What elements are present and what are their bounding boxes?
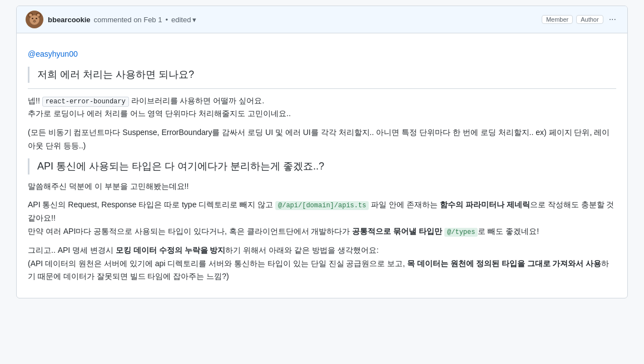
- blockquote-1-text: 저희 에러 처리는 사용하면 되나요?: [37, 67, 616, 83]
- header-badges: Member Author ···: [542, 14, 618, 25]
- chevron-down-icon: ▾: [192, 16, 196, 24]
- para4-bold2: 공통적으로 묶어낼 타입만: [352, 227, 442, 236]
- para-2: (모든 비동기 컴포넌트마다 Suspense, ErrorBoundary를 …: [28, 126, 616, 153]
- mention-line: @easyhyun00: [28, 48, 616, 61]
- blockquote-2: API 통신에 사용되는 타입은 다 여기에다가 분리하는게 좋겠죠..?: [28, 158, 616, 174]
- more-icon: ···: [609, 14, 616, 24]
- more-options-button[interactable]: ···: [607, 14, 618, 25]
- comment-action: commented on Feb 1: [94, 16, 162, 24]
- para4-mid1: 파일 안에 존재하는: [369, 200, 440, 209]
- member-badge: Member: [542, 15, 573, 24]
- commenter-username: bbearcookie: [48, 16, 91, 24]
- para-3: 말씀해주신 덕분에 이 부분을 고민해봤는데요!!: [28, 180, 616, 193]
- types-tag: @/types: [444, 228, 478, 237]
- para1-suffix: 라이브러리를 사용하면 어떨까 싶어요.: [129, 96, 264, 105]
- edited-button[interactable]: edited ▾: [171, 16, 196, 24]
- para1-prefix: 넵!!: [28, 96, 42, 105]
- api-domain-tag: @/api/[domain]/apis.ts: [275, 201, 369, 210]
- svg-point-6: [32, 18, 33, 19]
- svg-point-7: [36, 18, 37, 19]
- mention-text: @easyhyun00: [28, 49, 78, 58]
- para5-bold2: 목 데이터는 원천에 정의된 타입을 그대로 가져와서 사용: [407, 259, 601, 268]
- svg-point-8: [33, 19, 36, 21]
- react-error-boundary-code: react-error-boundary: [42, 97, 129, 107]
- para-5: 그리고.. API 명세 변경시 모킹 데이터 수정의 누락을 방지하기 위해서…: [28, 244, 616, 283]
- para4-bold1: 함수의 파라미터나 제네릭: [440, 200, 530, 209]
- para4-prefix: API 통신의 Request, Response 타입은 따로 type 디렉…: [28, 200, 275, 209]
- para4-line2-prefix: 만약 여러 API마다 공통적으로 사용되는 타입이 있다거나, 혹은 클라이언…: [28, 227, 352, 236]
- avatar: [26, 11, 43, 28]
- author-badge: Author: [576, 15, 603, 24]
- blockquote-1: 저희 에러 처리는 사용하면 되나요?: [28, 67, 616, 83]
- comment-container: bbearcookie commented on Feb 1 • edited …: [16, 6, 628, 298]
- para5-mid1: 하기 위해서 아래와 같은 방법을 생각했어요:: [225, 246, 378, 255]
- para1-line2: 추가로 로딩이나 에러 처리를 어느 영역 단위마다 처리해줄지도 고민이네요.…: [28, 109, 291, 118]
- para5-prefix: 그리고.. API 명세 변경시: [28, 246, 116, 255]
- para5-line2-prefix: (API 데이터의 원천은 서버에 있기에 api 디렉토리를 서버와 통신하는…: [28, 259, 407, 268]
- para-4: API 통신의 Request, Response 타입은 따로 type 디렉…: [28, 198, 616, 238]
- divider-1: [28, 88, 616, 89]
- comment-body: @easyhyun00 저희 에러 처리는 사용하면 되나요? 넵!! reac…: [17, 33, 627, 298]
- comment-header: bbearcookie commented on Feb 1 • edited …: [17, 6, 627, 33]
- para5-bold1: 모킹 데이터 수정의 누락을 방지: [116, 246, 226, 255]
- para4-suffix2: 로 빼도 좋겠네요!: [478, 227, 539, 236]
- comment-meta: bbearcookie commented on Feb 1 • edited …: [48, 16, 537, 24]
- dot-separator: •: [165, 16, 168, 24]
- blockquote-2-text: API 통신에 사용되는 타입은 다 여기에다가 분리하는게 좋겠죠..?: [37, 158, 616, 174]
- para-1: 넵!! react-error-boundary 라이브러리를 사용하면 어떨까…: [28, 94, 616, 121]
